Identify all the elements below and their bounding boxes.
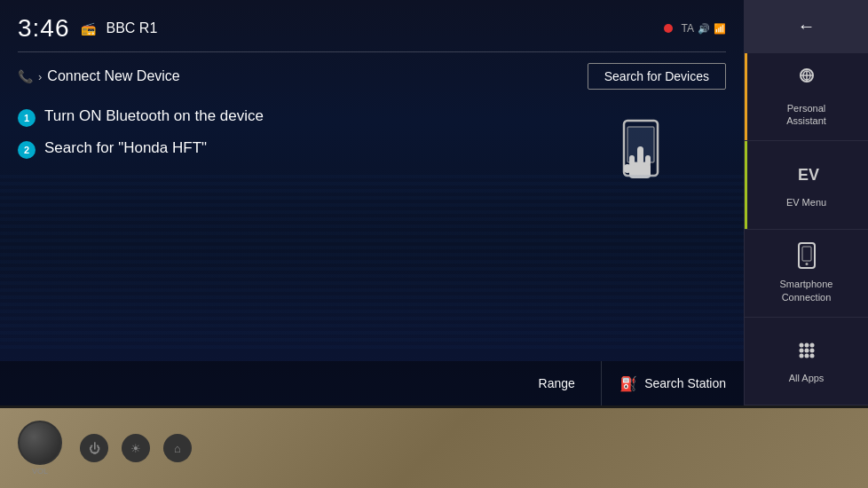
time-station: 3:46 📻 BBC R1 (18, 14, 157, 43)
ev-icon: EV (793, 161, 820, 193)
svg-point-19 (799, 348, 803, 352)
svg-rect-14 (802, 247, 811, 261)
sidebar-all-apps[interactable]: All Apps (745, 318, 868, 405)
personal-assistant-icon (793, 67, 820, 98)
svg-point-18 (809, 342, 814, 347)
vol-label: VOL (32, 467, 48, 476)
svg-rect-7 (624, 164, 631, 173)
smartphone-icon (796, 242, 817, 274)
search-station-button[interactable]: ⛽ Search Station (601, 361, 744, 405)
svg-point-20 (804, 348, 809, 352)
all-apps-icon (794, 338, 819, 368)
range-label: Range (539, 376, 575, 390)
svg-point-24 (809, 353, 814, 358)
svg-point-23 (804, 353, 809, 358)
screen: 3:46 📻 BBC R1 TA 🔊 📶 📞 › Connect New Dev… (0, 0, 868, 408)
svg-rect-5 (629, 155, 635, 166)
top-bar: 3:46 📻 BBC R1 TA 🔊 📶 (18, 14, 726, 43)
station-name: BBC R1 (107, 20, 158, 36)
radio-icon: 📻 (81, 21, 96, 35)
instruction-1-text: Turn ON Bluetooth on the device (44, 107, 264, 125)
range-button[interactable]: Range (512, 361, 601, 405)
no-accent-bar (745, 230, 747, 317)
antenna-icon: 📶 (714, 23, 726, 35)
step-1-badge: 1 (18, 109, 36, 127)
instruction-2: 2 Search for "Honda HFT" (18, 139, 264, 159)
svg-point-15 (805, 263, 808, 265)
ta-label: TA (682, 22, 694, 35)
no-accent-bar-2 (745, 318, 747, 405)
personal-assistant-label: PersonalAssistant (786, 102, 826, 128)
orange-accent-bar (745, 53, 747, 140)
svg-point-22 (799, 353, 803, 358)
ev-menu-label: EV Menu (786, 196, 826, 209)
smartphone-connection-label: SmartphoneConnection (780, 278, 833, 303)
svg-text:EV: EV (798, 166, 819, 184)
power-button[interactable]: ⏻ (80, 434, 108, 462)
instructions-area: 1 Turn ON Bluetooth on the device 2 Sear… (18, 107, 726, 391)
back-button[interactable]: ← (745, 0, 868, 53)
svg-rect-6 (645, 155, 651, 166)
control-buttons: ⏻ ☀ ⌂ (80, 434, 192, 462)
clock: 3:46 (18, 14, 70, 43)
fuel-icon: ⛽ (619, 375, 637, 392)
instruction-2-text: Search for "Honda HFT" (44, 139, 207, 157)
svg-point-16 (799, 342, 803, 347)
back-arrow-icon: ← (798, 16, 816, 36)
step-2-badge: 2 (18, 141, 36, 159)
volume-knob[interactable] (18, 421, 62, 465)
sidebar-personal-assistant[interactable]: PersonalAssistant (745, 53, 868, 141)
search-devices-button[interactable]: Search for Devices (588, 63, 726, 90)
instruction-1: 1 Turn ON Bluetooth on the device (18, 107, 264, 127)
connect-row: 📞 › Connect New Device Search for Device… (18, 63, 726, 90)
red-dot-indicator (664, 24, 673, 33)
ta-badge: TA 🔊 📶 (682, 22, 726, 35)
top-right-indicators: TA 🔊 📶 (664, 22, 726, 35)
physical-controls: VOL ⏻ ☀ ⌂ (0, 408, 868, 488)
brightness-button[interactable]: ☀ (122, 434, 150, 462)
main-content: 3:46 📻 BBC R1 TA 🔊 📶 📞 › Connect New Dev… (0, 0, 744, 405)
sidebar-ev-menu[interactable]: EV EV Menu (745, 141, 868, 229)
signal-icon: 🔊 (698, 23, 710, 35)
sidebar-smartphone-connection[interactable]: SmartphoneConnection (745, 230, 868, 318)
svg-rect-3 (637, 146, 643, 164)
home-button[interactable]: ⌂ (163, 434, 192, 462)
search-station-label: Search Station (644, 376, 726, 390)
bluetooth-illustration (602, 116, 690, 196)
svg-point-17 (804, 342, 809, 347)
instructions-list: 1 Turn ON Bluetooth on the device 2 Sear… (18, 107, 264, 159)
bottom-bar: Range ⛽ Search Station (0, 361, 744, 405)
connect-label: 📞 › Connect New Device (18, 68, 180, 84)
phone-hand-svg (606, 116, 686, 196)
top-divider (18, 51, 726, 52)
connect-new-device-label: Connect New Device (47, 68, 179, 84)
right-sidebar: ← PersonalAssistant EV EV Menu (744, 0, 868, 405)
svg-point-21 (809, 348, 814, 352)
all-apps-label: All Apps (789, 372, 825, 384)
phone-icon: 📞 (18, 69, 33, 83)
chevron-right-icon: › (38, 70, 42, 83)
green-accent-bar (745, 141, 747, 228)
